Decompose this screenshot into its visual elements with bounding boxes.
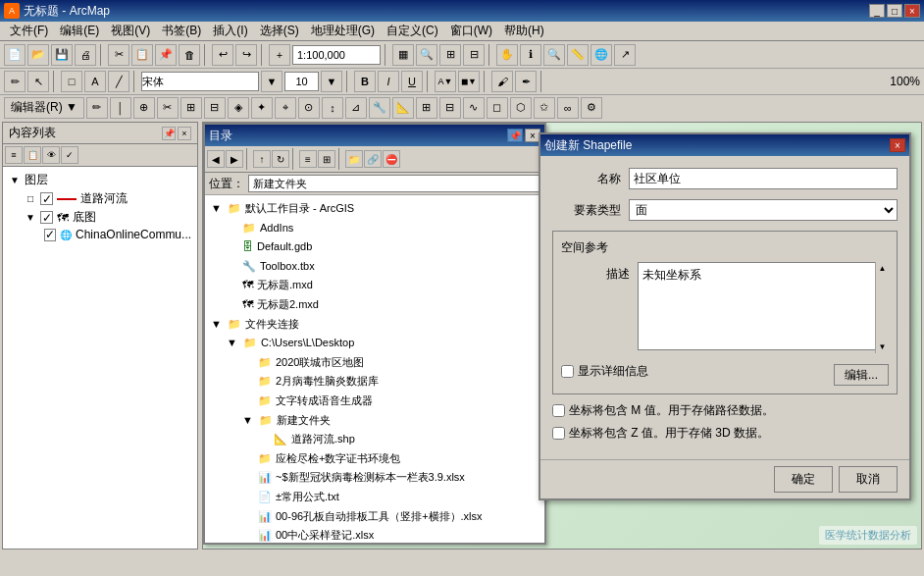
- line-button[interactable]: ╱: [108, 71, 129, 92]
- menu-file[interactable]: 文件(F): [4, 21, 54, 41]
- grid-button[interactable]: ▦: [392, 44, 414, 66]
- menu-help[interactable]: 帮助(H): [498, 21, 550, 41]
- open-button[interactable]: 📂: [27, 44, 49, 66]
- cancel-button[interactable]: 取消: [839, 466, 898, 493]
- font-select[interactable]: 宋体: [141, 72, 259, 91]
- dir-refresh-button[interactable]: ↻: [272, 150, 289, 168]
- dir-detail-button[interactable]: ⊞: [318, 150, 335, 168]
- rect-button[interactable]: □: [61, 71, 82, 92]
- menu-insert[interactable]: 插入(I): [207, 21, 253, 41]
- draw-button[interactable]: ✏: [4, 71, 26, 92]
- zoom-layer-button[interactable]: ⊟: [463, 44, 485, 66]
- globe-button[interactable]: 🌐: [590, 44, 612, 66]
- dir-up-button[interactable]: ↑: [253, 150, 271, 168]
- editor-tool7[interactable]: ◈: [228, 97, 249, 119]
- editor-tool18[interactable]: ◻: [487, 97, 508, 119]
- zoom-full-button[interactable]: ⊞: [439, 44, 461, 66]
- list-by-source-button[interactable]: 📋: [24, 146, 41, 164]
- delete-button[interactable]: 🗑: [179, 44, 200, 66]
- dir-item-cert[interactable]: 📁 应检尽检+数字证书环境包: [240, 449, 540, 469]
- list-by-vis-button[interactable]: 👁: [42, 146, 60, 164]
- editor-tool13[interactable]: 🔧: [369, 97, 390, 119]
- layers-expand[interactable]: ▼: [9, 175, 21, 185]
- dir-desktop-folder[interactable]: ▼ 📁 C:\Users\L\Desktop: [225, 334, 540, 353]
- menu-select[interactable]: 选择(S): [254, 21, 305, 41]
- panel-close-button[interactable]: ×: [178, 127, 191, 140]
- editor-tool1[interactable]: ✏: [86, 97, 108, 119]
- dir-item-new-folder[interactable]: ▼ 📁 新建文件夹: [240, 411, 540, 431]
- dir-toolbox[interactable]: 🔧 Toolbox.tbx: [225, 257, 540, 277]
- dir-pin-button[interactable]: 📌: [507, 129, 523, 142]
- dir-item-excel2[interactable]: 📊 00-96孔板自动排板工具（竖排+横排）.xlsx: [240, 507, 540, 527]
- dir-connect-button[interactable]: 🔗: [364, 150, 382, 168]
- editor-tool22[interactable]: ⚙: [581, 97, 602, 119]
- italic-button[interactable]: I: [378, 71, 399, 92]
- show-details-checkbox[interactable]: [561, 365, 574, 378]
- editor-tool20[interactable]: ✩: [534, 97, 555, 119]
- tree-item-roads[interactable]: □ ✓ 道路河流: [23, 189, 193, 208]
- list-by-draw-button[interactable]: ≡: [5, 146, 23, 164]
- z-values-checkbox[interactable]: [552, 427, 565, 440]
- dir-mxd1[interactable]: 🗺 无标题.mxd: [225, 276, 540, 295]
- arcgis-expand-icon[interactable]: ▼: [211, 200, 222, 218]
- dir-shp-file[interactable]: 📐 道路河流.shp: [256, 430, 540, 449]
- color-button[interactable]: A▼: [435, 71, 456, 92]
- font-size-input[interactable]: 10: [284, 72, 319, 91]
- editor-tool3[interactable]: ⊕: [133, 97, 155, 119]
- desc-textarea[interactable]: 未知坐标系: [638, 262, 889, 350]
- font-dropdown-button[interactable]: ▼: [261, 71, 282, 92]
- scroll-up-icon[interactable]: ▲: [879, 264, 887, 273]
- editor-tool2[interactable]: │: [110, 97, 131, 119]
- menu-bookmark[interactable]: 书签(B): [156, 21, 207, 41]
- arrow-select-button[interactable]: ↖: [27, 71, 49, 92]
- new-folder-expand[interactable]: ▼: [242, 412, 253, 430]
- dir-back-button[interactable]: ◀: [207, 150, 225, 168]
- paste-button[interactable]: 📌: [155, 44, 177, 66]
- dir-item-excel1[interactable]: 📊 ~$新型冠状病毒检测标本一栏表3.9.xlsx: [240, 468, 540, 488]
- editor-tool4[interactable]: ✂: [157, 97, 179, 119]
- editor-tool9[interactable]: ⌖: [275, 97, 296, 119]
- dir-item-txt[interactable]: 📄 ±常用公式.txt: [240, 488, 540, 507]
- editor-tool17[interactable]: ∿: [463, 97, 485, 119]
- save-button[interactable]: 💾: [51, 44, 73, 66]
- dir-default-gdb[interactable]: 🗄 Default.gdb: [225, 237, 540, 257]
- panel-pin-button[interactable]: 📌: [162, 127, 176, 140]
- menu-window[interactable]: 窗口(W): [444, 21, 498, 41]
- dir-new-folder-button[interactable]: 📁: [345, 150, 363, 168]
- dir-folder-connections[interactable]: ▼ 📁 文件夹连接: [209, 315, 540, 335]
- dir-addins[interactable]: 📁 AddIns: [225, 219, 540, 238]
- dir-item-feb[interactable]: 📁 2月病毒性脑炎数据库: [240, 372, 540, 392]
- folder-conn-expand[interactable]: ▼: [211, 316, 222, 334]
- dir-list-button[interactable]: ≡: [299, 150, 317, 168]
- scale-input[interactable]: 1:100,000: [292, 45, 381, 65]
- redo-button[interactable]: ↪: [235, 44, 257, 66]
- type-select[interactable]: 点 折线 面 多点 多面体: [629, 199, 898, 221]
- shapefile-close-button[interactable]: ×: [890, 138, 905, 152]
- menu-edit[interactable]: 编辑(E): [54, 21, 105, 41]
- textarea-scrollbar[interactable]: ▲ ▼: [875, 262, 889, 353]
- bold-button[interactable]: B: [354, 71, 376, 92]
- dir-forward-button[interactable]: ▶: [226, 150, 243, 168]
- brush-button[interactable]: 🖌: [491, 71, 513, 92]
- zoom-button[interactable]: 🔍: [416, 44, 437, 66]
- editor-tool11[interactable]: ↕: [322, 97, 343, 119]
- pan-button[interactable]: ✋: [496, 44, 518, 66]
- editor-tool12[interactable]: ⊿: [345, 97, 367, 119]
- m-values-checkbox[interactable]: [552, 404, 565, 417]
- ok-button[interactable]: 确定: [774, 466, 833, 493]
- zoom-add-button[interactable]: +: [269, 44, 290, 66]
- basemap-expand[interactable]: ▼: [25, 212, 36, 223]
- menu-customize[interactable]: 自定义(C): [381, 21, 444, 41]
- editor-tool16[interactable]: ⊟: [439, 97, 461, 119]
- desktop-expand[interactable]: ▼: [227, 335, 237, 352]
- map-area[interactable]: 目录 📌 × ◀ ▶ ↑ ↻ ≡ ⊞ 📁: [202, 122, 922, 550]
- name-input[interactable]: 社区单位: [629, 168, 898, 189]
- roads-expand[interactable]: □: [25, 193, 36, 204]
- editor-tool19[interactable]: ⬡: [510, 97, 532, 119]
- identify-button[interactable]: ℹ: [520, 44, 541, 66]
- pen-button[interactable]: ✒: [515, 71, 537, 92]
- dir-disconnect-button[interactable]: ⛔: [383, 150, 400, 168]
- editor-tool5[interactable]: ⊞: [180, 97, 202, 119]
- editor-tool8[interactable]: ✦: [251, 97, 273, 119]
- china-checkbox[interactable]: ✓: [44, 229, 56, 241]
